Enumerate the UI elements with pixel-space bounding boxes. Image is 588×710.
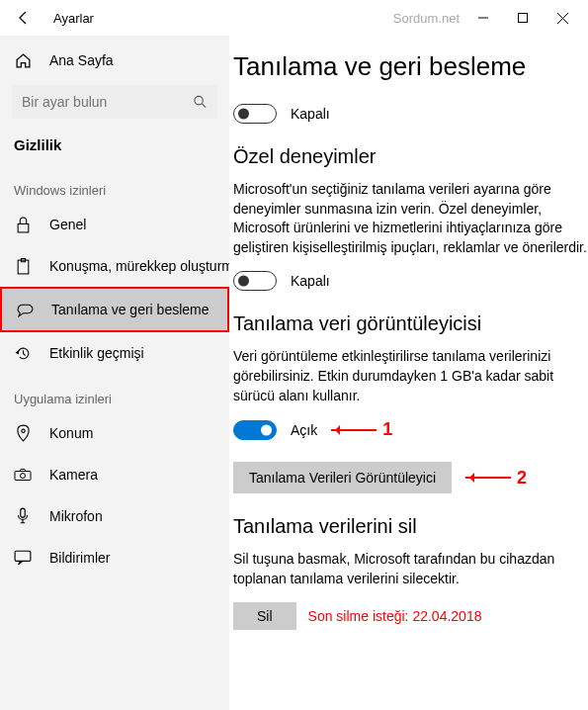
category-title: Gizlilik <box>0 129 229 165</box>
nav-item-label: Konuşma, mürekkep oluşturma <box>49 258 229 274</box>
nav-item-label: Konum <box>49 425 93 441</box>
svg-point-10 <box>21 429 24 432</box>
svg-point-4 <box>195 96 203 104</box>
section-body-viewer: Veri görüntüleme etkinleştirilirse tanıl… <box>233 347 588 405</box>
section-windows-permissions: Windows izinleri <box>0 165 229 204</box>
close-button[interactable] <box>543 3 582 33</box>
nav-location[interactable]: Konum <box>0 412 229 454</box>
svg-rect-1 <box>519 14 528 23</box>
section-body-tailored: Microsoft'un seçtiğiniz tanılama veriler… <box>233 180 588 257</box>
lock-icon <box>14 216 32 233</box>
minimize-button[interactable] <box>463 3 503 33</box>
nav-item-label: Kamera <box>49 467 98 483</box>
search-wrap <box>12 85 217 119</box>
toggle-label: Açık <box>291 422 317 438</box>
titlebar: Ayarlar Sordum.net <box>0 0 588 36</box>
diagnostics-toggle[interactable] <box>233 104 277 124</box>
section-title-viewer: Tanılama veri görüntüleyicisi <box>233 312 588 335</box>
nav-home-label: Ana Sayfa <box>49 52 114 68</box>
history-icon <box>14 344 32 362</box>
search-icon <box>193 95 208 110</box>
home-icon <box>14 51 32 69</box>
toggle-label: Kapalı <box>291 273 330 289</box>
microphone-icon <box>14 507 32 525</box>
tailored-toggle[interactable] <box>233 271 277 291</box>
sidebar: Ana Sayfa Gizlilik Windows izinleri Gene… <box>0 36 229 710</box>
svg-rect-13 <box>21 508 26 517</box>
notification-icon <box>14 549 32 567</box>
nav-item-label: Genel <box>49 217 86 232</box>
nav-speech-inking[interactable]: Konuşma, mürekkep oluşturma <box>0 245 229 287</box>
back-button[interactable] <box>12 6 36 30</box>
nav-camera[interactable]: Kamera <box>0 454 229 495</box>
svg-marker-9 <box>15 350 19 354</box>
delete-button[interactable]: Sil <box>233 602 296 630</box>
annotation-2: 2 <box>465 468 527 488</box>
section-body-delete: Sil tuşuna basmak, Microsoft tarafından … <box>233 550 588 588</box>
maximize-button[interactable] <box>503 3 543 33</box>
last-delete-request: Son silme isteği: 22.04.2018 <box>308 608 482 624</box>
annotation-1: 1 <box>331 419 392 440</box>
nav-diagnostics-feedback[interactable]: Tanılama ve geri besleme <box>2 289 227 330</box>
nav-item-label: Tanılama ve geri besleme <box>51 302 210 317</box>
section-title-tailored: Özel deneyimler <box>233 145 588 168</box>
svg-rect-6 <box>18 223 29 232</box>
svg-rect-14 <box>15 551 31 561</box>
window-title: Ayarlar <box>53 11 94 26</box>
nav-microphone[interactable]: Mikrofon <box>0 495 229 537</box>
svg-rect-11 <box>15 472 31 481</box>
nav-item-label: Bildirimler <box>49 550 110 566</box>
svg-point-12 <box>21 474 26 479</box>
section-app-permissions: Uygulama izinleri <box>0 374 229 412</box>
clipboard-icon <box>14 257 32 275</box>
main-content: Tanılama ve geri besleme Kapalı Özel den… <box>229 36 588 710</box>
nav-home[interactable]: Ana Sayfa <box>0 42 229 79</box>
page-title: Tanılama ve geri besleme <box>233 51 588 82</box>
nav-item-label: Mikrofon <box>49 508 103 524</box>
viewer-toggle[interactable] <box>233 420 277 440</box>
diagnostic-data-viewer-button[interactable]: Tanılama Verileri Görüntüleyici <box>233 462 452 493</box>
toggle-label: Kapalı <box>291 106 330 122</box>
svg-line-5 <box>202 104 206 108</box>
location-icon <box>14 424 32 442</box>
nav-activity-history[interactable]: Etkinlik geçmişi <box>0 332 229 374</box>
feedback-icon <box>16 301 34 318</box>
camera-icon <box>14 466 32 484</box>
nav-item-label: Etkinlik geçmişi <box>49 345 144 361</box>
section-title-delete: Tanılama verilerini sil <box>233 515 588 538</box>
search-input[interactable] <box>12 85 217 119</box>
nav-notifications[interactable]: Bildirimler <box>0 537 229 578</box>
nav-general[interactable]: Genel <box>0 204 229 245</box>
watermark: Sordum.net <box>393 11 460 26</box>
